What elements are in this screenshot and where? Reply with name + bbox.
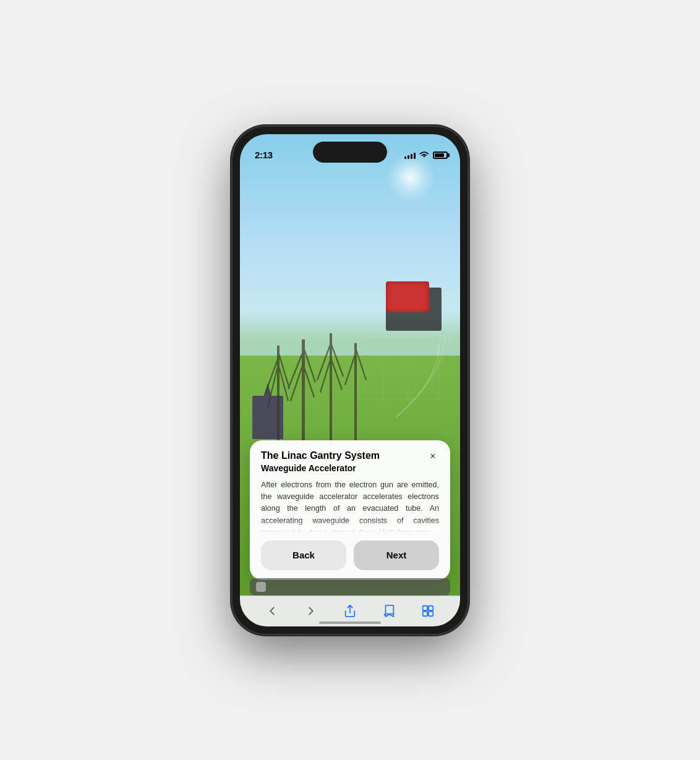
battery-icon [433,152,448,159]
status-icons [404,151,448,160]
svg-rect-27 [423,612,427,616]
signal-bars-icon [404,152,416,159]
svg-rect-28 [429,612,433,616]
svg-rect-19 [365,337,433,393]
share-button[interactable] [339,600,361,622]
dynamic-island [313,142,387,163]
tabs-button[interactable] [417,600,439,622]
hologram-svg [328,306,460,430]
info-panel-subtitle: Waveguide Accelerator [261,463,439,473]
info-panel-title: The Linac Gantry System [261,450,439,461]
hologram-lines [328,306,460,430]
progress-indicator [256,582,266,592]
signal-bar-1 [404,156,406,159]
battery-fill [435,153,444,157]
svg-rect-25 [423,606,427,610]
browser-forward-button[interactable] [300,600,322,622]
signal-bar-4 [414,153,416,159]
home-indicator [319,621,381,624]
next-button[interactable]: Next [354,540,439,570]
svg-line-8 [291,364,303,401]
info-panel: × The Linac Gantry System Waveguide Acce… [250,440,450,580]
svg-rect-26 [429,606,433,610]
phone-device: 2:13 [233,127,467,634]
close-button[interactable]: × [425,449,440,464]
wifi-icon [419,151,429,160]
info-panel-body: After electrons from the electron gun ar… [261,479,439,532]
browser-back-button[interactable] [261,600,283,622]
phone-screen: 2:13 [240,134,460,626]
svg-rect-18 [359,331,439,399]
navigation-buttons: Back Next [261,540,439,570]
status-time: 2:13 [255,150,273,160]
signal-bar-2 [408,155,409,159]
signal-bar-3 [411,154,412,159]
bookmarks-button[interactable] [378,600,400,622]
bottom-progress-bar [250,578,450,596]
back-button[interactable]: Back [261,540,346,570]
